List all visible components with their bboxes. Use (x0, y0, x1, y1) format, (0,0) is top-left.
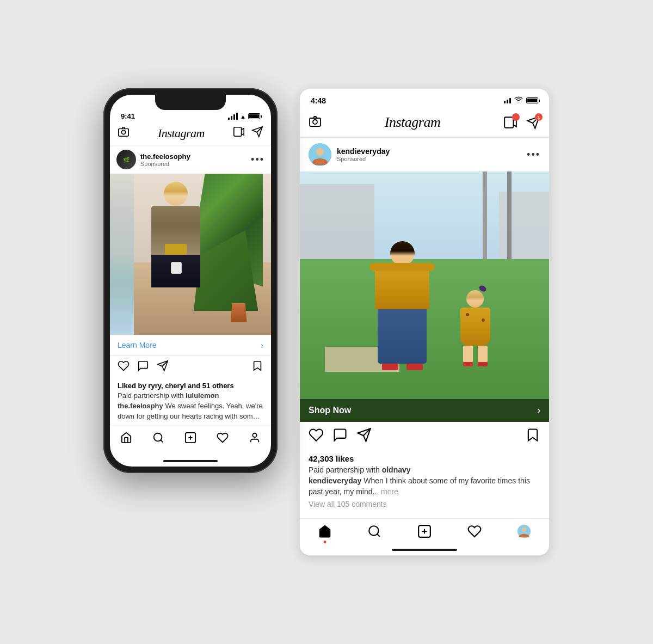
username-left: the.feelosophy (140, 152, 190, 161)
nav-heart-right[interactable] (467, 524, 482, 542)
sponsored-left: Sponsored (140, 161, 190, 167)
camera-icon[interactable] (118, 126, 130, 140)
likes-left: Liked by ryry, cheryl and 51 others (118, 382, 263, 390)
svg-rect-2 (234, 127, 242, 137)
home-indicator-right (392, 549, 457, 551)
action-bar-right (300, 422, 549, 452)
like-icon[interactable] (118, 360, 130, 375)
nav-profile-left[interactable] (249, 432, 261, 447)
phone-frame-left: 9:41 ▲ (103, 88, 278, 473)
igtv-badge[interactable] (503, 115, 518, 130)
svg-point-7 (253, 433, 257, 437)
camera-icon-right[interactable] (309, 115, 322, 130)
send-notification-badge: 1 (535, 113, 543, 121)
send-badge[interactable]: 1 (526, 115, 540, 130)
post-image-right: Shop Now › (300, 171, 549, 422)
svg-point-9 (313, 120, 317, 124)
shop-now-bar[interactable]: Shop Now › (300, 399, 549, 422)
save-icon-right[interactable] (525, 427, 540, 446)
battery-icon-right (526, 97, 538, 103)
post-header-left: 🌿 the.feelosophy Sponsored ••• (110, 145, 271, 174)
status-bar-left: 9:41 ▲ (110, 110, 271, 121)
phone-left: 9:41 ▲ (103, 88, 278, 473)
igtv-notification-dot (512, 113, 520, 121)
caption-left: the.feelosphy We sweat feelings. Yeah, w… (118, 401, 263, 421)
caption-right: kendieveryday When I think about some of… (309, 476, 540, 497)
sponsored-right: Sponsored (337, 156, 390, 162)
post-content-left: Liked by ryry, cheryl and 51 others Paid… (110, 379, 271, 425)
mom-figure (369, 241, 435, 372)
save-icon[interactable] (251, 360, 263, 375)
learn-more-text[interactable]: Learn More (118, 341, 157, 349)
wifi-icon-right (514, 95, 523, 106)
nav-search-right[interactable] (367, 524, 381, 542)
user-info-right: kendieveryday Sponsored (337, 147, 390, 162)
post-header-right: kendieveryday Sponsored ••• (300, 138, 549, 171)
status-time-left: 9:41 (121, 112, 135, 120)
share-icon-right[interactable] (356, 427, 372, 446)
avatar-kendi (309, 143, 331, 166)
svg-rect-10 (504, 118, 513, 128)
action-icons-right (309, 427, 372, 446)
nav-home-right[interactable] (318, 524, 332, 542)
kid-figure (456, 290, 494, 377)
wifi-icon: ▲ (240, 113, 246, 120)
phone-right: 4:48 (299, 88, 550, 555)
svg-point-12 (316, 148, 324, 156)
post-user-left[interactable]: 🌿 the.feelosophy Sponsored (116, 150, 190, 169)
signal-icon (228, 113, 238, 120)
battery-icon (248, 113, 260, 119)
svg-point-1 (121, 131, 125, 134)
more-options-left[interactable]: ••• (251, 154, 264, 165)
header-right-icons: 1 (503, 115, 540, 130)
learn-more-bar[interactable]: Learn More › (110, 335, 271, 355)
status-icons-left: ▲ (228, 113, 260, 120)
svg-point-13 (369, 526, 379, 535)
person-figure (134, 182, 218, 311)
signal-icon-right (504, 98, 511, 103)
nav-search-left[interactable] (152, 432, 164, 447)
more-text[interactable]: more (381, 487, 398, 496)
post-image-bg-right: Shop Now › (300, 171, 549, 422)
status-icons-right (504, 95, 538, 106)
home-indicator-left (163, 460, 218, 462)
comment-icon-right[interactable] (332, 427, 348, 446)
avatar-feelosophy: 🌿 (116, 150, 136, 169)
share-icon[interactable] (157, 360, 169, 375)
post-user-right[interactable]: kendieveryday Sponsored (309, 143, 390, 166)
more-options-right[interactable]: ••• (527, 149, 540, 161)
post-content-right: 42,303 likes Paid partnership with oldna… (300, 452, 549, 518)
comments-link[interactable]: View all 105 comments (309, 500, 540, 508)
shop-now-text: Shop Now (309, 406, 351, 415)
header-icons-right (233, 126, 263, 140)
username-right: kendieveryday (337, 147, 390, 156)
instagram-logo-left: Instagram (158, 126, 205, 140)
send-icon[interactable] (251, 126, 263, 140)
instagram-logo-right: Instagram (385, 114, 440, 131)
chevron-right-icon: › (261, 341, 263, 349)
bottom-nav-right (300, 518, 549, 545)
post-image-scene (110, 174, 271, 335)
like-icon-right[interactable] (309, 427, 324, 446)
nav-add-left[interactable] (184, 432, 196, 447)
svg-point-18 (522, 528, 526, 532)
action-icons-left (118, 360, 169, 375)
instagram-header-right: Instagram 1 (300, 110, 549, 138)
nav-add-right[interactable] (417, 524, 432, 542)
nav-heart-left[interactable] (217, 432, 229, 447)
status-time-right: 4:48 (311, 96, 326, 105)
phone-screen-left: 9:41 ▲ (110, 95, 271, 466)
likes-right: 42,303 likes (309, 454, 540, 463)
instagram-header-left: Instagram (110, 121, 271, 145)
nav-home-left[interactable] (120, 432, 132, 447)
user-info-left: the.feelosophy Sponsored (140, 152, 190, 167)
partnership-right: Paid partnership with oldnavy (309, 465, 540, 474)
status-bar-right: 4:48 (300, 89, 549, 110)
svg-point-3 (154, 433, 162, 441)
comment-icon[interactable] (137, 360, 149, 375)
partnership-left: Paid partnership with lululemon (118, 391, 263, 400)
bottom-nav-left (110, 426, 271, 458)
nav-profile-right[interactable] (517, 524, 531, 542)
shop-now-chevron: › (538, 406, 540, 415)
igtv-icon[interactable] (233, 126, 245, 140)
